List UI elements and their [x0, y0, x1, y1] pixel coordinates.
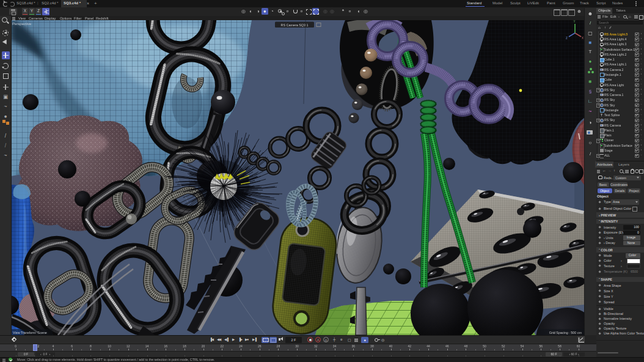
svg-text:Grid Spacing : 500 cm: Grid Spacing : 500 cm	[549, 331, 582, 334]
svg-text:Y: Y	[574, 20, 576, 23]
svg-text:Perspective: Perspective	[12, 22, 32, 26]
svg-text:View Transform: Scene: View Transform: Scene	[13, 331, 47, 334]
svg-text:RS Camera SQ3 1: RS Camera SQ3 1	[281, 23, 309, 27]
svg-text:Z: Z	[566, 37, 568, 40]
svg-text:X: X	[582, 37, 584, 40]
